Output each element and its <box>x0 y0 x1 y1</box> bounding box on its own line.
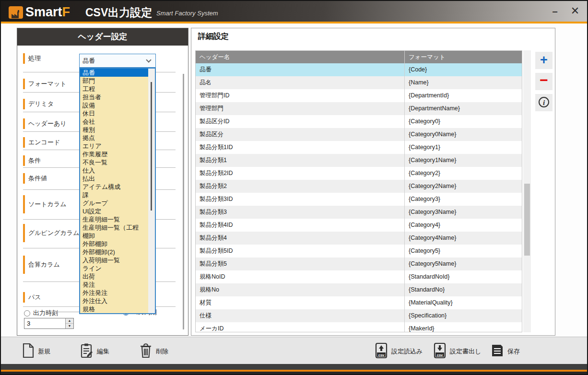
cell-format: {Category1} <box>405 141 522 154</box>
dropdown-option[interactable]: 課 <box>80 191 148 199</box>
dropdown-option[interactable]: 作業履歴 <box>80 150 148 158</box>
spinner-buttons[interactable]: ▲▼ <box>65 318 73 328</box>
dropdown-option[interactable]: 払出 <box>80 175 148 183</box>
dropdown-option[interactable]: 設備 <box>80 101 148 109</box>
dropdown-option[interactable]: 外部棚卸 <box>80 240 148 248</box>
dropdown-option[interactable]: 担当者 <box>80 93 148 101</box>
dropdown-option[interactable]: 外注発注 <box>80 289 148 297</box>
dropdown-option[interactable]: エリア <box>80 142 148 150</box>
dropdown-option[interactable]: UI設定 <box>80 207 148 215</box>
table-row[interactable]: 品名{Name} <box>196 76 522 89</box>
edit-button[interactable]: 編集 <box>80 342 109 361</box>
cell-header-name: 材質 <box>196 296 405 309</box>
dropdown-option[interactable]: 生産明細一覧 <box>80 215 148 223</box>
spin-down-icon[interactable]: ▼ <box>66 324 73 328</box>
table-row[interactable]: 製品分類2ID{Category2} <box>196 167 522 180</box>
dropdown-option[interactable]: 発注 <box>80 281 148 289</box>
dropdown-option[interactable]: 外部棚卸(2) <box>80 248 148 256</box>
csv-import-icon: csv <box>375 342 388 361</box>
cell-format: {Specification} <box>405 309 522 322</box>
table-row[interactable]: 製品分類3ID{Category3} <box>196 193 522 206</box>
export-settings-button[interactable]: csv 設定書出し <box>433 342 481 361</box>
spin-up-icon[interactable]: ▲ <box>66 318 73 324</box>
minimize-button[interactable]: – <box>548 4 562 18</box>
delete-button[interactable]: 削除 <box>139 342 168 361</box>
dropdown-option[interactable]: 入荷明細一覧 <box>80 256 148 264</box>
col-header-name: ヘッダー名 <box>196 51 405 63</box>
dropdown-option[interactable]: 規格 <box>80 305 148 313</box>
dropdown-option[interactable]: 工程 <box>80 85 148 93</box>
field-encode: エンコード <box>23 137 60 148</box>
table-scrollbar-thumb[interactable] <box>524 184 530 256</box>
add-row-button[interactable]: + <box>535 52 553 69</box>
dropdown-option[interactable]: 生産明細一覧（工程 <box>80 223 148 232</box>
radio-circle[interactable] <box>24 310 30 316</box>
dropdown-option[interactable]: 棚卸 <box>80 232 148 240</box>
save-button[interactable]: 保存 <box>491 342 520 361</box>
dropdown-option[interactable]: 不良一覧 <box>80 158 148 166</box>
table-row[interactable]: メーカID{MakerId} <box>196 322 522 332</box>
interval-spinner[interactable]: 3 ▲▼ <box>24 318 74 329</box>
cell-header-name: 規格NoID <box>196 270 405 283</box>
dropdown-list: 品番 部門 工程 担当者 設備 休日 会社 種別 拠点 エリア 作業履歴 不良一… <box>80 69 148 313</box>
cell-header-name: 品名 <box>196 76 405 89</box>
combobox-value: 品番 <box>80 57 147 65</box>
table-row[interactable]: 製品分類5{Category5Name} <box>196 258 522 270</box>
table-row[interactable]: 規格No{StandardNo} <box>196 283 522 296</box>
dropdown-option[interactable]: 品番 <box>80 69 148 77</box>
load-settings-button[interactable]: csv 設定読込み <box>375 342 423 361</box>
dropdown-option[interactable]: 外注仕入 <box>80 297 148 305</box>
dropdown-option[interactable]: 種別 <box>80 126 148 134</box>
close-button[interactable]: ✕ <box>568 4 582 18</box>
new-file-icon <box>22 343 35 360</box>
table-row[interactable]: 品番{Code} <box>196 63 522 76</box>
cell-format: {Category2} <box>405 167 522 180</box>
new-button[interactable]: 新規 <box>22 342 50 361</box>
dropdown-option[interactable]: 部門 <box>80 77 148 85</box>
table-row[interactable]: 製品分類4ID{Category4} <box>196 219 522 232</box>
table-row[interactable]: 管理部門ID{DepartmentId} <box>196 89 522 102</box>
field-delimiter: デリミタ <box>23 99 54 109</box>
dropdown-option[interactable]: グループ <box>80 199 148 207</box>
table-row[interactable]: 製品分類5ID{Category5} <box>196 245 522 258</box>
table-row[interactable]: 材質{MaterialQuality} <box>196 296 522 309</box>
table-row[interactable]: 管理部門{DepartmentName} <box>196 102 522 115</box>
table-row[interactable]: 製品分類3{Category3Name} <box>196 206 522 219</box>
table-row[interactable]: 製品分類1{Category1Name} <box>196 154 522 167</box>
table-row[interactable]: 規格NoID{StandardNoId} <box>196 270 522 283</box>
left-panel-scrollbar[interactable] <box>183 74 184 329</box>
field-sort-column: ソートカラム <box>23 195 67 213</box>
dropdown-option[interactable]: 出荷 <box>80 272 148 281</box>
processing-combobox[interactable]: 品番 <box>79 54 156 68</box>
cell-format: {Category4} <box>405 219 522 232</box>
dropdown-option[interactable]: アイテム構成 <box>80 183 148 191</box>
dropdown-option[interactable]: ライン <box>80 264 148 272</box>
table-row[interactable]: 仕様{Specification} <box>196 309 522 322</box>
dropdown-option[interactable]: 仕入 <box>80 166 148 175</box>
table-scrollbar[interactable] <box>523 50 531 332</box>
window-subtitle: Smart Factory System <box>156 10 218 17</box>
cell-format: {Category5Name} <box>405 258 522 270</box>
remove-row-button[interactable]: − <box>535 73 553 90</box>
dropdown-scrollbar[interactable] <box>148 69 155 313</box>
dropdown-option[interactable]: 拠点 <box>80 134 148 142</box>
interval-value[interactable]: 3 <box>24 318 65 328</box>
dropdown-option[interactable]: 休日 <box>80 109 148 117</box>
dropdown-option[interactable]: 会社 <box>80 117 148 126</box>
info-button[interactable]: i <box>535 94 553 111</box>
cell-header-name: 規格No <box>196 283 405 296</box>
table-row[interactable]: 製品分類1ID{Category1} <box>196 141 522 154</box>
table-row[interactable]: 製品分類2{Category2Name} <box>196 180 522 193</box>
cell-format: {StandardNoId} <box>405 270 522 283</box>
table-row[interactable]: 製品分類4{Category4Name} <box>196 232 522 245</box>
app-logo: SmartF <box>9 5 70 20</box>
cell-format: {DepartmentId} <box>405 89 522 102</box>
output-time-radio[interactable]: 出力時刻 <box>24 309 58 317</box>
dropdown-scrollbar-thumb[interactable] <box>151 82 152 211</box>
field-grouping-column: グルピングカラム <box>23 224 79 242</box>
table-row[interactable]: 製品区分ID{Category0} <box>196 115 522 128</box>
cell-format: {Code} <box>405 63 522 76</box>
app-window: SmartF CSV出力設定 Smart Factory System – ✕ … <box>0 0 588 375</box>
cell-header-name: 製品分類5ID <box>196 245 405 258</box>
table-row[interactable]: 製品区分{Category0Name} <box>196 128 522 141</box>
